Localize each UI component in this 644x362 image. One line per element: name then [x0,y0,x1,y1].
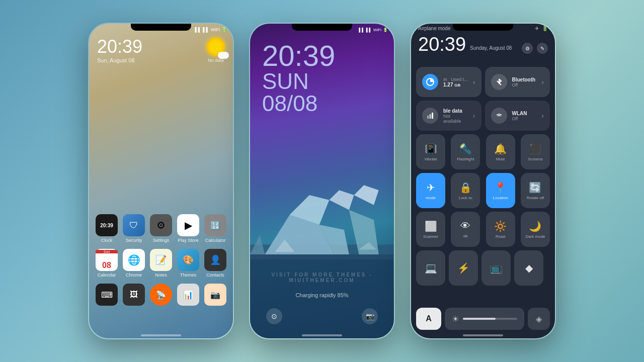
mobile-data-text: ble data Not available [443,108,468,124]
mobile-data-title: ble data [443,108,468,114]
com-icon: 💻 [425,262,437,274]
app-security[interactable]: 🛡 Security [121,214,147,243]
tile-row-2: ble data Not available › WLAN [416,101,550,131]
app-clock[interactable]: 20:39 Clock [94,214,120,243]
app-extra3[interactable]: 📊 [175,284,201,307]
mobile-data-tile[interactable]: ble data Not available › [416,101,481,131]
notch1 [131,24,191,31]
location-label: Location [493,196,508,200]
text-toggle-btn[interactable]: A [416,308,441,330]
bolt-icon: ⚡ [457,262,470,274]
flashlight-label: Flashlight [457,157,474,161]
bluetooth-sub: Off [512,82,537,87]
scanner-btn[interactable]: ⬜ Scanner [416,212,445,247]
extra-btn[interactable]: ◆ [514,250,543,286]
app-chrome[interactable]: 🌐 Chrome [121,249,147,278]
home-date: Sun, August 08 [97,57,142,63]
themes-label: Themes [180,273,197,278]
mute-btn[interactable]: 🔔 Mute [486,134,515,169]
playstore-label: Play Store [178,238,199,243]
brightness-icon: ☀ [452,314,459,324]
wifi-icon-2: WiFi [373,28,381,32]
battery-icon-2: 🔋 [383,28,388,32]
app-calendar[interactable]: Sun 08 Calendar [94,249,120,278]
lockscreen-label: Lock sc [459,196,472,200]
ls-hour: 20:39 [262,41,335,70]
edit-icon-btn[interactable]: ✎ [537,43,548,54]
app-settings[interactable]: ⚙ Settings [148,214,174,243]
extra1-icon: ⌨ [96,284,118,306]
contacts-label: Contacts [206,273,224,278]
svg-rect-14 [432,113,433,119]
darkmode-label: Dark mode [525,234,545,239]
app-extra2[interactable]: 🖼 [121,284,147,307]
playstore-icon: ▶ [177,214,199,236]
com-btn[interactable]: 💻 [416,250,445,286]
charging-text: Charging rapidly 85% [250,292,394,298]
flashlight-btn[interactable]: 🔦 Flashlight [451,134,480,169]
extra3-icon: 📊 [177,284,199,306]
wifi-icon-1: WiFi [211,27,220,32]
eye-icon: 👁 [460,220,470,232]
security-label: Security [126,238,142,243]
location-btn[interactable]: 📍 Location [486,173,515,208]
clock-label: Clock [101,238,113,243]
signal-icon-1: ▌▌ [195,27,201,32]
ls-torch-icon[interactable]: 📷 [362,308,378,324]
data-tile[interactable]: In Used t... 1.27 GB › [416,67,481,97]
app-contacts[interactable]: 👤 Contacts [202,249,228,278]
signal-icon-3: ▌▌ [359,28,364,32]
app-extra1[interactable]: ⌨ [94,284,120,307]
app-mi-browser[interactable]: 📡 [148,284,174,307]
lock-icon: 🔒 [459,182,472,194]
svg-marker-8 [354,185,379,205]
ls-day: SUN [262,70,335,93]
bolt-btn[interactable]: ⚡ [449,250,478,286]
airplane-btn[interactable]: ✈ mode [416,173,445,208]
screen2-btn[interactable]: 📺 [481,250,511,286]
calendar-label: Calendar [98,273,116,278]
de-btn[interactable]: 👁 de [451,212,480,247]
settings-icon-btn[interactable]: ⚙ [522,43,533,54]
vibrate-label: Vibrate [424,157,437,161]
read-btn[interactable]: 🔆 Read [486,212,515,247]
calendar-icon: Sun 08 [96,249,118,271]
bluetooth-title: Bluetooth [512,77,537,82]
scanner-icon: ⬜ [425,220,437,232]
app-notes[interactable]: 📝 Notes [148,249,174,278]
screens-label: Screens [528,157,542,161]
app-calculator[interactable]: 🔢 Calculator [202,214,228,243]
cloud-icon [218,52,229,59]
wlan-tile-text: WLAN Off [512,111,537,121]
lockscreen-btn[interactable]: 🔒 Lock sc [451,173,480,208]
darkmode-btn[interactable]: 🌙 Dark mode [521,212,550,247]
home-indicator-1 [141,334,181,336]
screens-btn[interactable]: ⬛ Screens [521,134,550,169]
app-themes[interactable]: 🎨 Themes [175,249,201,278]
brightness-slider[interactable]: ☀ [445,308,524,330]
home-indicator-3 [463,334,503,336]
app-row-3: ⌨ 🖼 📡 📊 [93,284,229,307]
control-header-icons: ⚙ ✎ [522,43,548,54]
data-tile-arrow: › [473,78,475,86]
phone1: ▌▌ ▌▌ WiFi 🔋 20:39 Sun, August 08 No dat… [88,23,234,339]
airplane-mode-label: Airplane mode [418,26,450,31]
svg-rect-13 [430,114,431,119]
auto-brightness-btn[interactable]: ◈ [528,308,550,330]
weather-widget[interactable]: No data [207,38,225,63]
rotate-btn[interactable]: 🔄 Rotate off [521,173,550,208]
bluetooth-tile[interactable]: Bluetooth Off › [485,67,550,97]
mute-label: Mute [496,157,505,161]
darkmode-icon: 🌙 [529,220,541,232]
app-playstore[interactable]: ▶ Play Store [175,214,201,243]
control-time-area: 20:39 Sunday, August 08 ⚙ ✎ [418,35,548,54]
icon-grid-1: 📳 Vibrate 🔦 Flashlight 🔔 Mute ⬛ Screens [416,134,550,169]
ls-camera-icon[interactable]: ⊙ [266,308,282,324]
home-clock: 20:39 [97,38,142,56]
chrome-label: Chrome [126,273,142,278]
mobile-tile-arrow: › [473,112,475,120]
wlan-tile[interactable]: WLAN Off › [485,101,550,131]
vibrate-btn[interactable]: 📳 Vibrate [416,134,445,169]
app-instax[interactable]: 📷 [202,284,228,307]
settings-icon: ⚙ [150,214,172,236]
